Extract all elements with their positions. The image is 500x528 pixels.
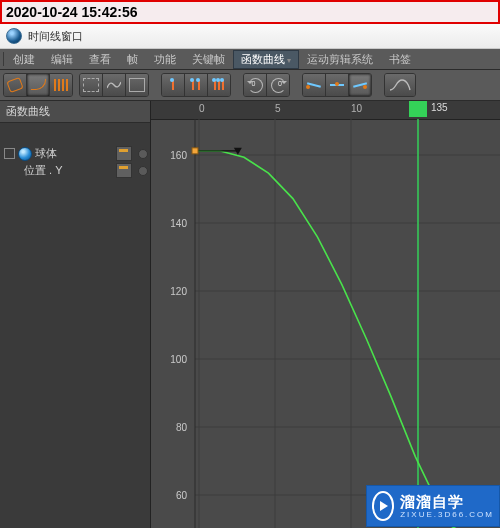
ruler-tick: 10	[351, 103, 362, 114]
menu-create[interactable]: 创建	[5, 50, 43, 69]
range-icon[interactable]	[126, 74, 148, 96]
marquee-icon[interactable]	[80, 74, 103, 96]
content-area: 函数曲线 球体 位置 . Y 135 051020 16014012010080…	[0, 101, 500, 528]
tree-label: 位置 . Y	[24, 163, 63, 178]
track-lane-icon[interactable]	[116, 163, 132, 178]
toolbar-group-curve	[384, 73, 416, 97]
object-tree: 球体 位置 . Y	[0, 141, 150, 528]
chevron-down-icon: ▾	[287, 56, 291, 65]
tree-row-sphere[interactable]: 球体	[2, 145, 148, 162]
tangent-right-icon[interactable]	[349, 74, 371, 96]
sidebar: 函数曲线 球体 位置 . Y	[0, 101, 151, 528]
toolbar-group-tangent	[302, 73, 372, 97]
svg-text:100: 100	[170, 354, 187, 365]
graph-area[interactable]: 135 051020 1601401201008060 溜溜自学 ZIXUE.3…	[151, 101, 500, 528]
toolbar: 0 0	[0, 70, 500, 101]
ease-icon[interactable]	[27, 74, 50, 96]
menu-frame[interactable]: 帧	[119, 50, 146, 69]
menu-keyframe[interactable]: 关键帧	[184, 50, 233, 69]
fcurve-canvas[interactable]: 1601401201008060	[151, 119, 500, 528]
toolbar-group-rotate: 0 0	[243, 73, 290, 97]
menu-divider	[3, 52, 4, 66]
tree-row-position-y[interactable]: 位置 . Y	[2, 162, 148, 179]
svg-text:120: 120	[170, 286, 187, 297]
svg-rect-19	[192, 148, 198, 154]
timestamp-overlay: 2020-10-24 15:42:56	[0, 0, 500, 24]
rotate-neg0-icon[interactable]: 0	[267, 74, 289, 96]
expand-icon[interactable]	[4, 148, 15, 159]
keyframe-dot-icon[interactable]	[138, 149, 148, 159]
tangent-mid-icon[interactable]	[326, 74, 349, 96]
window-title-bar: 时间线窗口	[0, 24, 500, 49]
menu-bar: 创建 编辑 查看 帧 功能 关键帧 函数曲线▾ 运动剪辑系统 书签	[0, 49, 500, 70]
playhead-frame: 135	[431, 102, 448, 113]
play-circle-icon	[372, 491, 394, 521]
ruler-tick: 0	[199, 103, 205, 114]
wave-icon[interactable]	[103, 74, 126, 96]
menu-view[interactable]: 查看	[81, 50, 119, 69]
ruler-tick: 5	[275, 103, 281, 114]
tangent-left-icon[interactable]	[303, 74, 326, 96]
watermark: 溜溜自学 ZIXUE.3D66.COM	[366, 485, 500, 527]
app-icon	[6, 28, 22, 44]
add-keys2-icon[interactable]	[208, 74, 230, 96]
sidebar-header: 函数曲线	[0, 101, 150, 123]
menu-functions[interactable]: 功能	[146, 50, 184, 69]
menu-fcurve[interactable]: 函数曲线▾	[233, 50, 299, 69]
time-ruler[interactable]: 135 051020	[151, 101, 500, 120]
window-title: 时间线窗口	[28, 29, 83, 44]
menu-motionclip[interactable]: 运动剪辑系统	[299, 50, 381, 69]
toolbar-group-motion	[3, 73, 73, 97]
keyframe-dot-icon[interactable]	[138, 166, 148, 176]
dots-icon[interactable]	[50, 74, 72, 96]
link-icon[interactable]	[4, 74, 27, 96]
playhead[interactable]	[409, 101, 427, 117]
rotate-0-icon[interactable]: 0	[244, 74, 267, 96]
menu-edit[interactable]: 编辑	[43, 50, 81, 69]
track-lane-icon[interactable]	[116, 146, 132, 161]
tree-label: 球体	[35, 146, 57, 161]
add-key-icon[interactable]	[162, 74, 185, 96]
svg-text:80: 80	[176, 422, 188, 433]
menu-bookmark[interactable]: 书签	[381, 50, 419, 69]
toolbar-group-select	[79, 73, 149, 97]
svg-text:60: 60	[176, 490, 188, 501]
toolbar-group-keys	[161, 73, 231, 97]
scurve-icon[interactable]	[385, 74, 415, 96]
watermark-sub: ZIXUE.3D66.COM	[400, 510, 494, 519]
add-keys-icon[interactable]	[185, 74, 208, 96]
sphere-icon	[18, 147, 32, 161]
svg-text:140: 140	[170, 218, 187, 229]
svg-text:160: 160	[170, 150, 187, 161]
